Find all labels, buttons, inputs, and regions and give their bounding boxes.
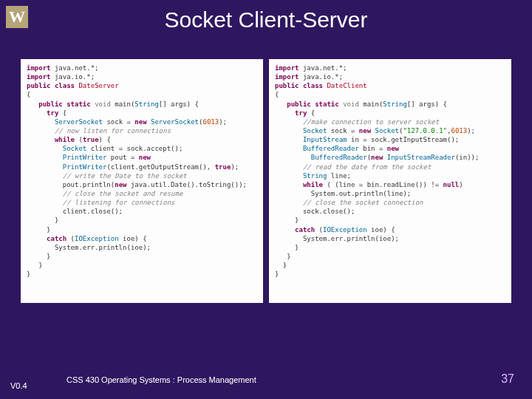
footer-text: CSS 430 Operating Systems : Process Mana… — [66, 375, 256, 384]
footer-page-number: 37 — [501, 372, 514, 386]
footer-version: V0.4 — [10, 381, 27, 390]
server-code-pane: import java.net.*;import java.io.*;publi… — [21, 59, 263, 303]
code-panes: import java.net.*;import java.io.*;publi… — [21, 59, 511, 303]
client-code-pane: import java.net.*;import java.io.*;publi… — [269, 59, 511, 303]
slide-title: Socket Client-Server — [0, 7, 532, 33]
